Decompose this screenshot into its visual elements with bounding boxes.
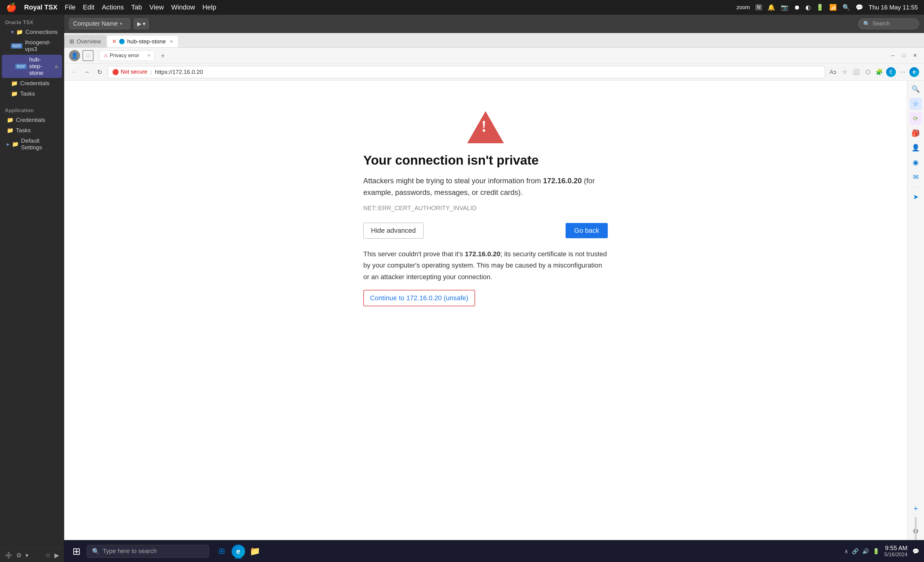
rs-person-icon[interactable]: 👤 xyxy=(910,142,922,154)
not-secure-indicator: 🔴 Not secure xyxy=(112,69,147,75)
privacy-tab-label: Privacy error xyxy=(110,52,139,58)
add-connection-btn[interactable]: ➕ xyxy=(5,552,12,559)
rs-favorites-icon[interactable]: ☆ xyxy=(910,98,922,110)
sidebar-app-default-settings[interactable]: ▸ 📁 Default Settings xyxy=(2,136,62,153)
eject-icon[interactable]: ⏏ xyxy=(54,64,58,69)
taskbar-battery-icon[interactable]: 🔋 xyxy=(873,548,879,555)
browser-content: Your connection isn't private Attackers … xyxy=(64,81,924,540)
sidebar-item-hub-step-stone[interactable]: RDP hub-step-stone ⏏ xyxy=(2,55,62,78)
error-page: Your connection isn't private Attackers … xyxy=(363,99,608,306)
hub-tab-close[interactable]: ✕ xyxy=(170,39,173,44)
star-btn[interactable]: ☆ xyxy=(45,552,51,559)
settings-btn[interactable]: ⚙ xyxy=(16,552,22,559)
scroll-thumb xyxy=(915,517,916,540)
profile-icon[interactable]: E xyxy=(886,67,896,77)
search-placeholder: Search xyxy=(872,21,890,27)
computer-name-text: Computer Name xyxy=(73,20,118,27)
browser-tab-switcher[interactable]: □ xyxy=(82,50,93,61)
app-name[interactable]: Royal TSX xyxy=(24,3,57,11)
forward-btn[interactable]: → xyxy=(82,67,92,77)
maximize-btn[interactable]: □ xyxy=(900,51,908,60)
privacy-tab-favicon: ⚠ xyxy=(104,52,108,58)
screen-icon[interactable]: 📷 xyxy=(781,4,788,11)
extensions-icon[interactable]: 🧩 xyxy=(874,67,884,77)
refresh-btn[interactable]: ↻ xyxy=(95,67,105,77)
rs-add-icon[interactable]: ＋ xyxy=(910,502,922,514)
go-back-button[interactable]: Go back xyxy=(566,223,608,238)
sidebar-app-credentials[interactable]: 📁 Credentials xyxy=(2,115,62,125)
sidebar-item-credentials[interactable]: 📁 Credentials xyxy=(2,78,62,88)
browser-main-content: Your connection isn't private Attackers … xyxy=(64,81,907,540)
rs-mail-icon[interactable]: ✉ xyxy=(910,171,922,183)
computer-name-dropdown[interactable]: Computer Name ▾ xyxy=(69,18,130,29)
menu-view[interactable]: View xyxy=(149,3,164,11)
hide-advanced-button[interactable]: Hide advanced xyxy=(363,223,423,238)
message-icon[interactable]: 💬 xyxy=(855,4,863,11)
night-mode-icon[interactable]: ◐ xyxy=(806,4,811,11)
rtsx-play-button[interactable]: ▶ ▾ xyxy=(134,18,149,29)
menu-edit[interactable]: Edit xyxy=(83,3,94,11)
browser-privacy-tab[interactable]: ⚠ Privacy error ✕ xyxy=(100,50,154,61)
start-button[interactable]: ⊞ xyxy=(69,544,84,559)
back-btn[interactable]: ← xyxy=(69,67,79,77)
notification-icon[interactable]: 🔔 xyxy=(768,4,775,11)
apple-menu[interactable]: 🍎 xyxy=(6,3,17,12)
url-text: https://172.16.0.20 xyxy=(155,69,203,75)
continue-unsafe-link[interactable]: Continue to 172.16.0.20 (unsafe) xyxy=(370,294,468,302)
taskbar-clock[interactable]: 9:55 AM 5/16/2024 xyxy=(884,545,908,558)
sidebar-item-ihoogend[interactable]: RDP ihoogend-vps3 xyxy=(2,37,62,54)
taskbar-search[interactable]: 🔍 Type here to search xyxy=(87,545,209,558)
url-bar[interactable]: 🔴 Not secure | https://172.16.0.20 xyxy=(108,66,825,78)
rs-search-icon[interactable]: 🔍 xyxy=(910,83,922,95)
rs-edge-icon[interactable]: ◉ xyxy=(910,156,922,169)
browser-user-icon[interactable]: 👤 xyxy=(69,50,80,61)
hub-step-stone-label: hub-step-stone xyxy=(29,56,52,76)
record-icon[interactable]: ⏺ xyxy=(794,4,800,11)
menu-window[interactable]: Window xyxy=(171,3,195,11)
more-btn[interactable]: ▾ xyxy=(26,552,28,559)
taskbar-notification-icon[interactable]: 💬 xyxy=(912,548,919,555)
rtsx-topbar: Computer Name ▾ ▶ ▾ 🔍 Search xyxy=(64,15,924,33)
app-tasks-icon: 📁 xyxy=(7,127,14,134)
error-buttons: Hide advanced Go back xyxy=(363,223,608,238)
favorites-icon[interactable]: ☆ xyxy=(840,67,849,77)
sidebar-icon[interactable]: ⬡ xyxy=(863,67,873,77)
menu-tab[interactable]: Tab xyxy=(131,3,142,11)
rs-collections-icon[interactable]: 🎒 xyxy=(910,127,922,139)
menu-file[interactable]: File xyxy=(65,3,75,11)
tab-hub-step-stone[interactable]: ✕ hub-step-stone ✕ xyxy=(106,35,178,47)
sidebar-bottom: ➕ ⚙ ▾ ☆ ▶ xyxy=(0,548,64,562)
minimize-btn[interactable]: ─ xyxy=(888,51,897,60)
sidebar-item-tasks[interactable]: 📁 Tasks xyxy=(2,89,62,99)
rs-send-icon[interactable]: ➤ xyxy=(910,191,922,203)
more-actions-icon[interactable]: ⋯ xyxy=(898,67,908,77)
tab-overview[interactable]: ⊞ Overview xyxy=(64,35,106,47)
taskbar-chevron[interactable]: ∧ xyxy=(844,548,848,555)
taskbar-sound-icon[interactable]: 🔊 xyxy=(862,548,869,555)
sidebar-item-connections[interactable]: ▾ 📁 Connections xyxy=(2,27,62,37)
connections-folder-icon: 📁 xyxy=(16,29,23,36)
taskbar-network-icon[interactable]: 🔗 xyxy=(852,548,859,555)
menu-actions[interactable]: Actions xyxy=(102,3,124,11)
url-separator: | xyxy=(150,69,152,75)
close-btn[interactable]: ✕ xyxy=(910,51,919,60)
taskbar-edge[interactable]: e xyxy=(232,545,245,558)
reader-mode-icon[interactable]: Aↄ xyxy=(828,67,838,77)
menu-help[interactable]: Help xyxy=(202,3,216,11)
split-screen-icon[interactable]: ⬜ xyxy=(851,67,861,77)
tabs-bar: ⊞ Overview ✕ hub-step-stone ✕ xyxy=(64,33,924,48)
rs-copilot-icon[interactable]: ⟳ xyxy=(910,112,922,124)
browser-tab-strip: ⚠ Privacy error ✕ ＋ xyxy=(100,49,885,62)
error-title: Your connection isn't private xyxy=(363,153,608,168)
app-default-settings-icon: ▸ xyxy=(7,141,9,147)
taskbar-task-view[interactable]: ⊞ xyxy=(214,544,229,559)
search-icon[interactable]: 🔍 xyxy=(842,4,850,11)
sidebar-app-tasks[interactable]: 📁 Tasks xyxy=(2,126,62,135)
play-btn[interactable]: ▶ xyxy=(54,552,59,559)
privacy-tab-close[interactable]: ✕ xyxy=(147,53,151,58)
taskbar-explorer[interactable]: 📁 xyxy=(248,544,262,559)
address-bar: ← → ↻ 🔴 Not secure | https://172.16.0.20… xyxy=(64,63,924,81)
new-browser-tab-btn[interactable]: ＋ xyxy=(156,49,170,62)
rtsx-search-bar[interactable]: 🔍 Search xyxy=(858,18,919,29)
taskbar-time-display: 9:55 AM xyxy=(884,545,908,552)
